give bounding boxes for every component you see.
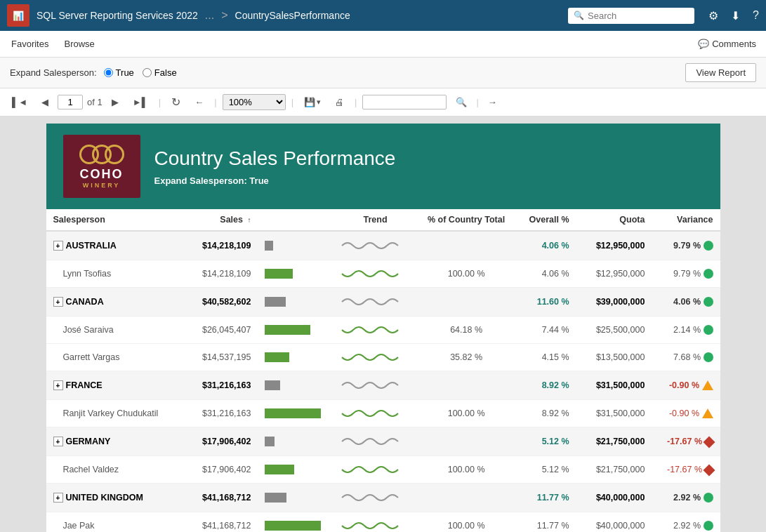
nav-browse[interactable]: Browse (62, 33, 95, 55)
print-button[interactable]: 🖨 (330, 94, 349, 110)
help-icon[interactable]: ? (753, 9, 759, 22)
trend-cell (334, 484, 417, 512)
svg-text:📊: 📊 (13, 10, 25, 22)
country-row: +UNITED KINGDOM $41,168,712 11.77 % $40,… (46, 484, 720, 512)
nav-favorites[interactable]: Favorites (10, 33, 50, 55)
status-indicator (704, 297, 713, 307)
sales-value: $14,218,109 (167, 231, 258, 260)
th-trend: Trend (334, 209, 417, 231)
back-button[interactable]: ← (190, 94, 209, 110)
expand-icon[interactable]: + (53, 297, 63, 307)
find-sep: | (476, 97, 478, 107)
country-pct-cell (417, 484, 515, 512)
country-name[interactable]: +AUSTRALIA (46, 231, 168, 260)
find-input[interactable] (362, 95, 447, 109)
trend-cell (334, 288, 417, 317)
th-quota: Quota (576, 209, 652, 231)
subtitle-value: True (249, 175, 268, 186)
status-indicator (704, 241, 713, 251)
country-pct-cell: 64.18 % (417, 317, 515, 344)
country-pct-cell: 100.00 % (417, 400, 515, 427)
sep3: | (291, 97, 293, 107)
overall-pct-cell: 4.15 % (515, 344, 576, 371)
country-name[interactable]: +FRANCE (46, 371, 168, 400)
sales-value: $17,906,402 (167, 456, 258, 484)
trend-cell (334, 260, 417, 288)
salesperson-name: Ranjit Varkey Chudukatil (46, 400, 168, 427)
variance-cell: -17.67 % (652, 456, 720, 484)
table-row: Jae Pak $41,168,712 100.00 % 11.77 % $40… (46, 512, 720, 533)
download-icon[interactable]: ⬇ (731, 9, 740, 22)
th-variance: Variance (652, 209, 720, 231)
expand-salesperson-group: True False (104, 67, 177, 78)
option-false[interactable]: False (143, 67, 177, 78)
bar-cell (258, 371, 334, 400)
company-logo: COHO WINERY (63, 135, 140, 198)
table-header-row: Salesperson Sales ↑ Trend % of Country T… (46, 209, 720, 231)
quota-cell: $13,500,000 (576, 344, 652, 371)
expand-icon[interactable]: + (53, 437, 63, 446)
variance-cell: 9.79 % (652, 260, 720, 288)
country-row: +AUSTRALIA $14,218,109 4.06 % $12,950,00… (46, 231, 720, 260)
country-pct-cell (417, 371, 515, 400)
quota-cell: $21,750,000 (576, 456, 652, 484)
report-toolbar: ▌◄ ◀ of 1 ▶ ►▌ | ↻ ← | 100% 75% 50% 150%… (0, 88, 766, 117)
bar-cell (258, 400, 334, 427)
table-row: Lynn Tsofias $14,218,109 100.00 % 4.06 %… (46, 260, 720, 288)
logo-circles (79, 145, 124, 164)
table-row: Ranjit Varkey Chudukatil $31,216,163 100… (46, 400, 720, 427)
comments-button[interactable]: 💬 Comments (698, 39, 756, 49)
first-page-button[interactable]: ▌◄ (7, 94, 32, 110)
option-true[interactable]: True (104, 67, 134, 78)
country-pct-cell (417, 231, 515, 260)
variance-cell: -0.90 % (652, 371, 720, 400)
sort-icon[interactable]: ↑ (247, 216, 251, 224)
status-indicator (702, 380, 713, 390)
search-icon: 🔍 (574, 11, 584, 20)
subtitle-label: Expand Salesperson: (154, 175, 247, 186)
search-input[interactable] (568, 8, 694, 24)
export-button[interactable]: 💾 ▾ (299, 94, 326, 110)
quota-cell: $39,000,000 (576, 288, 652, 317)
find-prev-button[interactable]: 🔍 (451, 94, 472, 110)
report-main-title: Country Sales Performance (154, 147, 396, 170)
country-row: +GERMANY $17,906,402 5.12 % $21,750,000 … (46, 427, 720, 456)
bar-cell (258, 344, 334, 371)
trend-cell (334, 231, 417, 260)
page-input[interactable] (58, 95, 83, 109)
country-pct-cell (417, 288, 515, 317)
status-indicator (704, 521, 713, 531)
bar-cell (258, 260, 334, 288)
refresh-button[interactable]: ↻ (166, 93, 185, 112)
settings-icon[interactable]: ⚙ (708, 9, 718, 22)
param-label: Expand Salesperson: (10, 67, 97, 78)
bar-cell (258, 512, 334, 533)
salesperson-name: Rachel Valdez (46, 456, 168, 484)
variance-cell: 7.68 % (652, 344, 720, 371)
radio-false[interactable] (143, 68, 152, 77)
table-body: +AUSTRALIA $14,218,109 4.06 % $12,950,00… (46, 231, 720, 532)
expand-icon[interactable]: + (53, 493, 63, 503)
top-bar-icons: ⚙ ⬇ ? (708, 9, 759, 22)
expand-icon[interactable]: + (53, 241, 63, 251)
view-report-button[interactable]: View Report (685, 63, 756, 82)
page-of-label: of 1 (87, 97, 103, 107)
country-pct-cell (417, 427, 515, 456)
bar-cell (258, 456, 334, 484)
zoom-select[interactable]: 100% 75% 50% 150% 200% (223, 94, 286, 110)
find-next-button[interactable]: → (483, 94, 502, 110)
radio-true[interactable] (104, 68, 113, 77)
country-name[interactable]: +CANADA (46, 288, 168, 317)
country-name[interactable]: +GERMANY (46, 427, 168, 456)
sales-value: $17,906,402 (167, 427, 258, 456)
country-name[interactable]: +UNITED KINGDOM (46, 484, 168, 512)
prev-page-button[interactable]: ◀ (37, 94, 53, 110)
overall-pct-cell: 5.12 % (515, 456, 576, 484)
overall-pct-cell: 8.92 % (515, 400, 576, 427)
overall-pct-cell: 5.12 % (515, 427, 576, 456)
variance-cell: 4.06 % (652, 288, 720, 317)
status-indicator (704, 352, 713, 362)
expand-icon[interactable]: + (53, 380, 63, 390)
next-page-button[interactable]: ▶ (107, 94, 124, 110)
last-page-button[interactable]: ►▌ (128, 94, 153, 110)
